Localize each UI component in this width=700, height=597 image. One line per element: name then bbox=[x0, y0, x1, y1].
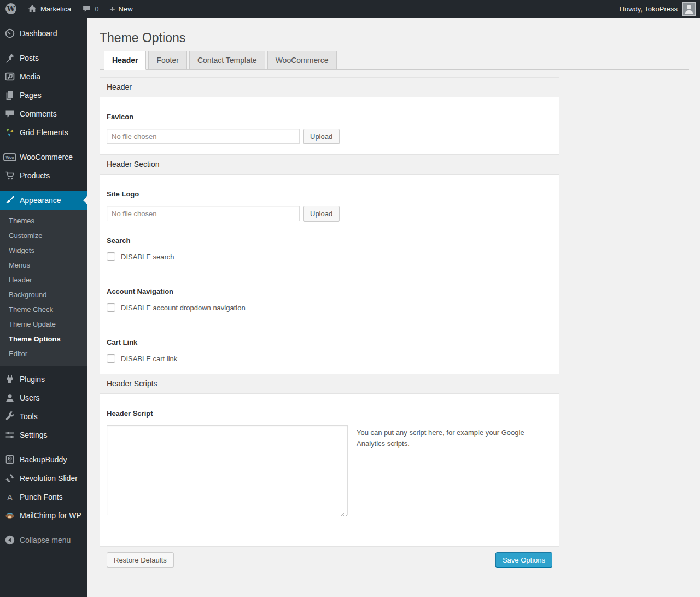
cart-link-label: Cart Link bbox=[107, 338, 552, 346]
disable-account-nav-row[interactable]: DISABLE account dropdown navigation bbox=[107, 303, 552, 312]
admin-bar: W Marketica 0 + New Howdy, TokoPress bbox=[0, 0, 700, 18]
section-header-scripts: Header Scripts bbox=[100, 374, 559, 394]
sidebar-item-punch-fonts[interactable]: A Punch Fonts bbox=[0, 488, 88, 506]
settings-icon bbox=[4, 430, 15, 440]
header-script-note: You can put any script here, for example… bbox=[357, 425, 532, 449]
sidebar-item-dashboard[interactable]: Dashboard bbox=[0, 24, 88, 43]
collapse-icon bbox=[4, 535, 15, 546]
sidebar-item-label: Comments bbox=[20, 109, 57, 119]
menu-separator bbox=[0, 43, 88, 49]
sidebar-subitem-header[interactable]: Header bbox=[0, 273, 88, 287]
header-script-textarea[interactable] bbox=[107, 425, 348, 515]
admin-bar-right: Howdy, TokoPress bbox=[620, 2, 700, 16]
disable-search-checkbox[interactable] bbox=[107, 252, 115, 261]
sidebar-item-products[interactable]: Products bbox=[0, 166, 88, 185]
sidebar-subitem-menus[interactable]: Menus bbox=[0, 258, 88, 273]
sidebar-item-revolution-slider[interactable]: Revolution Slider bbox=[0, 469, 88, 488]
site-name-label: Marketica bbox=[40, 5, 71, 13]
disable-cart-link-row[interactable]: DISABLE cart link bbox=[107, 354, 552, 363]
sidebar-subitem-theme-check[interactable]: Theme Check bbox=[0, 302, 88, 317]
sidebar-item-label: Dashboard bbox=[20, 28, 57, 38]
sidebar-item-label: Pages bbox=[20, 90, 42, 100]
site-logo-file-input[interactable] bbox=[107, 206, 300, 221]
tab-header[interactable]: Header bbox=[104, 51, 146, 70]
backup-icon bbox=[4, 454, 15, 465]
sidebar-item-mailchimp[interactable]: MailChimp for WP bbox=[0, 506, 88, 525]
wrench-icon bbox=[4, 411, 15, 422]
disable-account-nav-checkbox[interactable] bbox=[107, 303, 115, 312]
sidebar-item-grid-elements[interactable]: Grid Elements bbox=[0, 123, 88, 142]
save-options-button[interactable]: Save Options bbox=[495, 552, 552, 567]
wordpress-logo-menu[interactable]: W bbox=[0, 0, 22, 18]
pages-icon bbox=[4, 90, 15, 101]
section-header: Header bbox=[100, 78, 559, 97]
menu-separator bbox=[0, 444, 88, 450]
sidebar-item-plugins[interactable]: Plugins bbox=[0, 370, 88, 389]
menu-separator bbox=[0, 142, 88, 148]
panel-footer-bar: Restore Defaults Save Options bbox=[100, 546, 559, 573]
sidebar-subitem-customize[interactable]: Customize bbox=[0, 228, 88, 243]
disable-search-row[interactable]: DISABLE search bbox=[107, 252, 552, 261]
favicon-label: Favicon bbox=[107, 113, 552, 121]
sidebar-item-settings[interactable]: Settings bbox=[0, 426, 88, 444]
comments-icon bbox=[4, 108, 15, 119]
search-label: Search bbox=[107, 236, 552, 245]
comments-menu[interactable]: 0 bbox=[77, 0, 104, 18]
pin-icon bbox=[4, 53, 15, 63]
main-content: Theme Options HeaderFooterContact Templa… bbox=[88, 0, 700, 597]
sidebar-subitem-editor[interactable]: Editor bbox=[0, 346, 88, 361]
site-logo-label: Site Logo bbox=[107, 190, 552, 198]
sidebar-item-label: BackupBuddy bbox=[20, 455, 67, 465]
admin-sidebar: Dashboard Posts Media Pages Comments bbox=[0, 18, 88, 597]
menu-separator bbox=[0, 366, 88, 370]
sidebar-item-label: Appearance bbox=[20, 195, 61, 205]
collapse-menu-button[interactable]: Collapse menu bbox=[0, 531, 88, 549]
appearance-submenu: Themes Customize Widgets Menus Header Ba… bbox=[0, 210, 88, 366]
favicon-file-input[interactable] bbox=[107, 129, 300, 144]
menu-separator bbox=[0, 525, 88, 531]
site-logo-upload-button[interactable]: Upload bbox=[303, 206, 340, 221]
sidebar-item-comments[interactable]: Comments bbox=[0, 105, 88, 123]
theme-options-panel: Header Favicon Upload Header Section Sit… bbox=[100, 77, 559, 573]
sidebar-item-label: Posts bbox=[20, 53, 39, 63]
page-title: Theme Options bbox=[100, 30, 689, 46]
sidebar-subitem-theme-update[interactable]: Theme Update bbox=[0, 317, 88, 332]
sidebar-item-label: Users bbox=[20, 393, 40, 403]
sidebar-item-pages[interactable]: Pages bbox=[0, 86, 88, 105]
tab-woocommerce[interactable]: WooCommerce bbox=[267, 51, 337, 69]
home-icon bbox=[27, 4, 37, 14]
sidebar-item-appearance[interactable]: Appearance bbox=[0, 191, 88, 210]
tab-footer[interactable]: Footer bbox=[148, 51, 186, 69]
disable-cart-link-checkbox[interactable] bbox=[107, 354, 115, 363]
howdy-label[interactable]: Howdy, TokoPress bbox=[620, 5, 678, 13]
restore-defaults-button[interactable]: Restore Defaults bbox=[107, 552, 174, 567]
menu-separator bbox=[0, 185, 88, 191]
disable-cart-link-label: DISABLE cart link bbox=[121, 355, 177, 363]
sidebar-item-media[interactable]: Media bbox=[0, 67, 88, 86]
new-content-menu[interactable]: + New bbox=[104, 0, 138, 18]
sidebar-item-label: Punch Fonts bbox=[20, 492, 63, 502]
sidebar-item-label: Settings bbox=[20, 430, 48, 440]
user-avatar[interactable] bbox=[682, 2, 696, 16]
comment-count: 0 bbox=[95, 5, 98, 13]
wordpress-logo-icon: W bbox=[5, 3, 16, 14]
sidebar-subitem-widgets[interactable]: Widgets bbox=[0, 243, 88, 258]
tab-contact-template[interactable]: Contact Template bbox=[189, 51, 265, 69]
sidebar-subitem-background[interactable]: Background bbox=[0, 287, 88, 302]
favicon-upload-button[interactable]: Upload bbox=[303, 129, 340, 144]
sidebar-subitem-theme-options[interactable]: Theme Options bbox=[0, 332, 88, 346]
sidebar-item-posts[interactable]: Posts bbox=[0, 49, 88, 67]
sidebar-item-label: Products bbox=[20, 171, 50, 181]
header-script-label: Header Script bbox=[107, 409, 552, 418]
site-name-menu[interactable]: Marketica bbox=[22, 0, 77, 18]
sidebar-item-users[interactable]: Users bbox=[0, 389, 88, 407]
fonts-icon: A bbox=[4, 491, 15, 502]
sidebar-subitem-themes[interactable]: Themes bbox=[0, 213, 88, 228]
plus-icon: + bbox=[110, 4, 115, 14]
sidebar-item-backupbuddy[interactable]: BackupBuddy bbox=[0, 450, 88, 469]
sidebar-item-tools[interactable]: Tools bbox=[0, 407, 88, 426]
sidebar-item-woocommerce[interactable]: Woo WooCommerce bbox=[0, 148, 88, 166]
section-header-section: Header Section bbox=[100, 154, 559, 175]
disable-account-nav-label: DISABLE account dropdown navigation bbox=[121, 304, 246, 312]
comment-bubble-icon bbox=[82, 4, 91, 14]
